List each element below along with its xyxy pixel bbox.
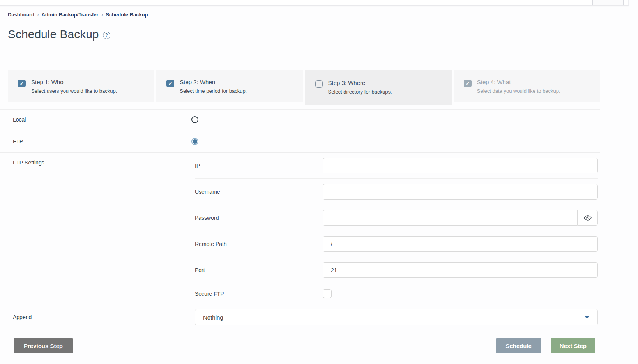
password-row: Password [195, 205, 598, 231]
remote-path-label: Remote Path [195, 241, 323, 247]
tab-step-2-when[interactable]: ✓ Step 2: When Select time period for ba… [156, 70, 303, 102]
help-icon[interactable]: ? [103, 32, 110, 39]
form-footer: Previous Step Schedule Next Step [0, 338, 600, 353]
remote-path-input[interactable] [323, 236, 598, 252]
next-step-button[interactable]: Next Step [551, 338, 595, 353]
port-input[interactable] [323, 262, 598, 278]
step-label: Step 4: What [477, 79, 560, 85]
step-description: Select time period for backup. [180, 88, 247, 94]
step-label: Step 2: When [180, 79, 247, 85]
schedule-button[interactable]: Schedule [496, 338, 541, 353]
ftp-settings-section: FTP Settings IP Username Password [0, 153, 600, 304]
checkbox-checked-muted-icon: ✓ [464, 80, 472, 87]
append-select[interactable]: Nothing [195, 309, 598, 325]
append-select-value: Nothing [203, 314, 584, 321]
append-label: Append [0, 314, 195, 320]
tab-step-3-where[interactable]: Step 3: Where Select directory for backu… [305, 70, 452, 105]
step-label: Step 1: Who [31, 79, 117, 85]
page-header: Dashboard › Admin Backup/Transfer › Sche… [0, 6, 638, 53]
password-label: Password [195, 215, 323, 221]
username-row: Username [195, 179, 598, 205]
spacer [0, 53, 638, 69]
username-label: Username [195, 189, 323, 195]
local-label: Local [0, 117, 182, 123]
breadcrumb-schedule-backup[interactable]: Schedule Backup [106, 12, 148, 18]
chevron-down-icon [584, 316, 590, 319]
steps-bar: ✓ Step 1: Who Select users you would lik… [0, 69, 638, 105]
breadcrumb-separator-icon: › [37, 11, 39, 18]
step-description: Select users you would like to backup. [31, 88, 117, 94]
breadcrumb-dashboard[interactable]: Dashboard [8, 12, 34, 18]
tab-step-1-who[interactable]: ✓ Step 1: Who Select users you would lik… [8, 70, 154, 102]
ip-row: IP [195, 153, 598, 179]
topbar-partial-button[interactable] [592, 0, 624, 5]
breadcrumb-separator-icon: › [101, 11, 103, 18]
ftp-label: FTP [0, 138, 182, 145]
destination-row-local: Local [0, 109, 600, 130]
top-navbar [0, 0, 629, 6]
append-row: Append Nothing [0, 304, 600, 336]
show-password-button[interactable] [577, 210, 598, 226]
port-row: Port [195, 257, 598, 283]
username-input[interactable] [323, 184, 598, 200]
step-description: Select data you would like to backup. [477, 88, 560, 94]
previous-step-button[interactable]: Previous Step [14, 338, 73, 353]
ip-input[interactable] [323, 158, 598, 173]
page-title: Schedule Backup ? [8, 28, 638, 41]
local-radio[interactable] [191, 116, 198, 123]
breadcrumb: Dashboard › Admin Backup/Transfer › Sche… [0, 6, 638, 18]
remote-path-row: Remote Path [195, 231, 598, 257]
checkbox-checked-icon: ✓ [166, 80, 174, 87]
destination-row-ftp: FTP [0, 130, 600, 153]
step-label: Step 3: Where [328, 80, 392, 86]
breadcrumb-admin-backup-transfer[interactable]: Admin Backup/Transfer [42, 12, 99, 18]
eye-icon [583, 214, 592, 222]
tab-step-4-what[interactable]: ✓ Step 4: What Select data you would lik… [454, 70, 600, 102]
ftp-radio[interactable] [191, 138, 198, 145]
password-input[interactable] [323, 210, 577, 226]
ftp-settings-label: FTP Settings [0, 153, 195, 304]
secure-ftp-row: Secure FTP [195, 283, 598, 304]
checkbox-checked-icon: ✓ [18, 80, 26, 87]
port-label: Port [195, 267, 323, 273]
checkbox-unchecked-icon [315, 80, 323, 88]
secure-ftp-checkbox[interactable] [323, 289, 332, 298]
schedule-backup-form: Local FTP FTP Settings IP Username Passw… [0, 109, 600, 353]
ip-label: IP [195, 163, 323, 169]
page-title-text: Schedule Backup [8, 28, 99, 41]
step-description: Select directory for backups. [328, 89, 392, 95]
secure-ftp-label: Secure FTP [195, 291, 323, 297]
